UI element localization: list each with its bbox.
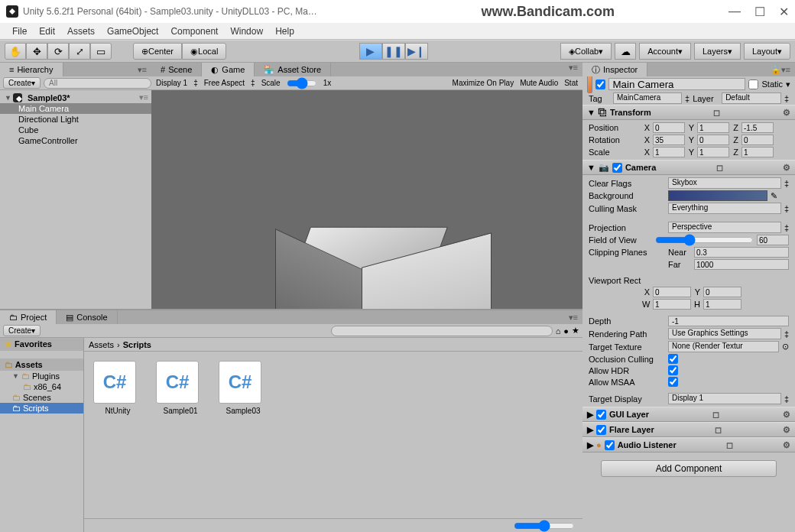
- target-display-dropdown[interactable]: Display 1: [668, 393, 781, 404]
- project-search[interactable]: [331, 326, 553, 336]
- culling-dropdown[interactable]: Everything: [668, 203, 781, 214]
- camera-header[interactable]: ▼ 📷 Camera◻⚙: [582, 160, 795, 175]
- rot-y[interactable]: [697, 135, 729, 145]
- close-button[interactable]: ✕: [779, 5, 789, 19]
- layout-dropdown[interactable]: Layout ▾: [744, 43, 790, 60]
- inspector-tab[interactable]: ⓘInspector: [582, 63, 647, 76]
- scl-z[interactable]: [741, 147, 774, 157]
- hierarchy-options[interactable]: ▾≡: [138, 65, 151, 75]
- menu-assets[interactable]: Assets: [61, 26, 101, 37]
- viewport-y[interactable]: [703, 287, 741, 297]
- maximize-button[interactable]: ☐: [754, 5, 765, 19]
- scene-row[interactable]: ▼ Sample03*▾≡: [0, 92, 151, 103]
- pos-z[interactable]: [741, 122, 774, 133]
- menu-window[interactable]: Window: [224, 26, 269, 37]
- gameobject-active-checkbox[interactable]: [595, 79, 605, 89]
- breadcrumb-assets[interactable]: Assets: [89, 340, 114, 349]
- folder-scenes[interactable]: 🗀Scenes: [0, 392, 83, 403]
- camera-help-icon[interactable]: ◻: [716, 163, 723, 173]
- folder-plugins[interactable]: ▼🗀Plugins: [0, 371, 83, 381]
- transform-gear-icon[interactable]: ⚙: [783, 108, 790, 118]
- asset-sample03[interactable]: C#Sample03: [219, 361, 268, 415]
- account-dropdown[interactable]: Account ▾: [639, 43, 691, 60]
- hierarchy-search[interactable]: [44, 78, 151, 89]
- camera-gear-icon[interactable]: ⚙: [783, 163, 790, 173]
- hierarchy-item-directional-light[interactable]: Directional Light: [0, 114, 151, 125]
- occlusion-checkbox[interactable]: [668, 354, 678, 364]
- flare-layer-enabled[interactable]: [596, 425, 606, 435]
- assets-root[interactable]: 🗀 Assets: [0, 358, 83, 371]
- move-tool[interactable]: ✥: [26, 43, 47, 60]
- hierarchy-create-dropdown[interactable]: Create ▾: [3, 77, 41, 89]
- layer-dropdown[interactable]: Default: [722, 92, 781, 104]
- gameobject-name-field[interactable]: [608, 78, 745, 90]
- hdr-checkbox[interactable]: [668, 365, 678, 375]
- inspector-options[interactable]: 🔒▾≡: [771, 65, 795, 75]
- cloud-button[interactable]: ☁: [615, 43, 636, 60]
- msaa-checkbox[interactable]: [668, 377, 678, 387]
- gui-layer-enabled[interactable]: [596, 410, 606, 420]
- rendering-path-dropdown[interactable]: Use Graphics Settings: [668, 328, 781, 339]
- flare-layer-header[interactable]: ▶ Flare Layer◻⚙: [582, 422, 795, 437]
- menu-file[interactable]: File: [6, 26, 33, 37]
- thumbnail-size-slider[interactable]: [514, 520, 575, 532]
- static-checkbox[interactable]: [748, 79, 758, 89]
- center-options[interactable]: ▾≡: [569, 63, 582, 76]
- camera-enabled[interactable]: [612, 163, 622, 173]
- pivot-center-toggle[interactable]: ⊕ Center: [133, 43, 182, 60]
- audio-listener-header[interactable]: ▶ ● Audio Listener◻⚙: [582, 437, 795, 453]
- asset-ntunity[interactable]: C#NtUnity: [93, 361, 142, 415]
- pos-y[interactable]: [697, 122, 729, 133]
- aspect-dropdown[interactable]: Free Aspect: [204, 79, 245, 87]
- search-type-icon[interactable]: ★: [572, 326, 579, 336]
- mute-audio[interactable]: Mute Audio: [520, 79, 558, 87]
- menu-gameobject[interactable]: GameObject: [101, 26, 164, 37]
- near-field[interactable]: [694, 247, 789, 258]
- search-filter-icon[interactable]: ⌂: [556, 326, 561, 336]
- viewport-h[interactable]: [703, 299, 741, 310]
- scale-slider[interactable]: [287, 77, 317, 89]
- fov-field[interactable]: [757, 235, 789, 245]
- gui-layer-header[interactable]: ▶ GUI Layer◻⚙: [582, 407, 795, 422]
- transform-header[interactable]: ▼ ⿻ Transform◻⚙: [582, 105, 795, 120]
- fov-slider[interactable]: [655, 235, 754, 245]
- hierarchy-tab[interactable]: ≡Hierarchy: [0, 63, 63, 76]
- minimize-button[interactable]: —: [728, 5, 741, 18]
- scene-options[interactable]: ▾≡: [139, 92, 148, 102]
- layers-dropdown[interactable]: Layers ▾: [694, 43, 741, 60]
- project-options[interactable]: ▾≡: [569, 313, 582, 323]
- far-field[interactable]: [694, 259, 789, 270]
- display-dropdown[interactable]: Display 1: [156, 79, 187, 87]
- folder-scripts[interactable]: 🗀Scripts: [0, 403, 83, 414]
- scl-x[interactable]: [653, 147, 685, 157]
- audio-listener-enabled[interactable]: [605, 440, 615, 450]
- scene-tab[interactable]: #Scene: [151, 63, 202, 76]
- pause-button[interactable]: ❚❚: [382, 43, 405, 60]
- transform-help-icon[interactable]: ◻: [713, 108, 720, 118]
- console-tab[interactable]: ▤Console: [57, 310, 117, 324]
- stats-toggle[interactable]: Stat: [564, 79, 578, 87]
- breadcrumb-scripts[interactable]: Scripts: [123, 340, 151, 349]
- projection-dropdown[interactable]: Perspective: [668, 222, 781, 233]
- target-texture-field[interactable]: None (Render Textur: [668, 341, 779, 352]
- menu-component[interactable]: Component: [164, 26, 224, 37]
- maximize-on-play[interactable]: Maximize On Play: [453, 79, 514, 87]
- menu-help[interactable]: Help: [269, 26, 300, 37]
- rotate-tool[interactable]: ⟳: [47, 43, 69, 60]
- folder-x86-64[interactable]: 🗀x86_64: [0, 381, 83, 392]
- project-tab[interactable]: 🗀Project: [0, 310, 57, 324]
- clear-flags-dropdown[interactable]: Skybox: [668, 177, 781, 189]
- project-create-dropdown[interactable]: Create ▾: [3, 325, 41, 336]
- play-button[interactable]: ▶: [359, 43, 382, 60]
- rect-tool[interactable]: ▭: [90, 43, 112, 60]
- eyedropper-icon[interactable]: ✎: [771, 191, 777, 201]
- step-button[interactable]: ▶❙: [405, 43, 428, 60]
- collab-dropdown[interactable]: ◈ Collab ▾: [560, 43, 612, 60]
- pos-x[interactable]: [653, 122, 685, 133]
- hierarchy-item-main-camera[interactable]: Main Camera: [0, 103, 151, 114]
- scale-tool[interactable]: ⤢: [69, 43, 90, 60]
- tag-dropdown[interactable]: MainCamera: [613, 92, 682, 104]
- asset-store-tab[interactable]: 🏪Asset Store: [255, 63, 331, 76]
- search-label-icon[interactable]: ●: [563, 326, 569, 336]
- game-tab[interactable]: ◐Game: [202, 63, 255, 76]
